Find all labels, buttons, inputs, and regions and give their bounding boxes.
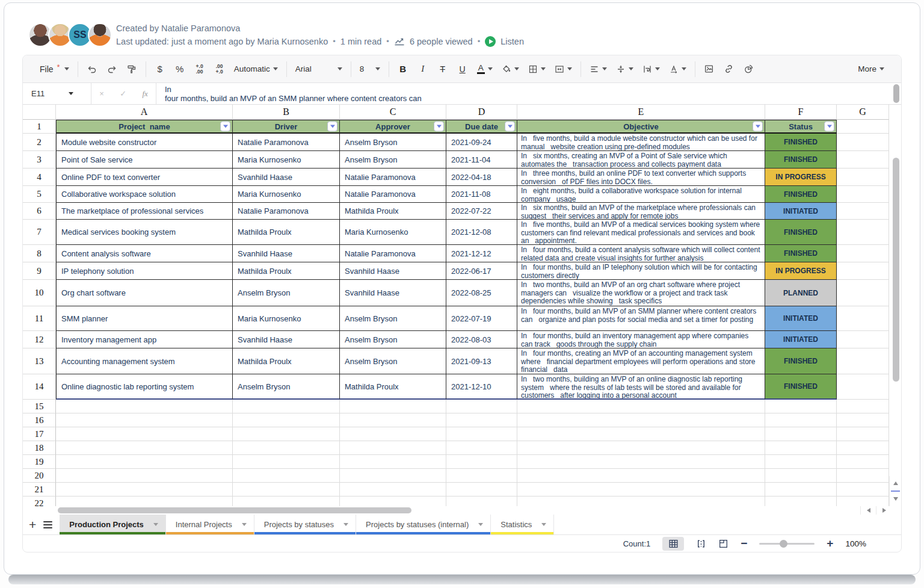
cell-empty[interactable]	[233, 441, 340, 455]
bold-button[interactable]: B	[395, 60, 411, 78]
cell-objective[interactable]: In five months, build an MVP of a medica…	[517, 220, 765, 245]
cell-empty[interactable]	[837, 186, 889, 203]
row-header-19[interactable]: 19	[23, 455, 56, 469]
vertical-scrollbar[interactable]	[893, 158, 899, 382]
cell-status-badge[interactable]: IN PROGRESS	[765, 169, 837, 186]
cell-approver[interactable]: Anselm Bryson	[340, 331, 446, 348]
cell-empty[interactable]	[765, 497, 837, 506]
cell-empty[interactable]	[837, 455, 889, 469]
cell-empty[interactable]	[233, 455, 340, 469]
cell-status-badge[interactable]: PLANNED	[765, 280, 837, 306]
row-header-5[interactable]: 5	[23, 186, 56, 203]
header-cell-objective[interactable]: Objective	[517, 120, 765, 134]
cell-driver[interactable]: Natalie Paramonova	[233, 134, 340, 151]
function-icon[interactable]: fx	[142, 89, 147, 99]
cell-empty[interactable]	[56, 455, 233, 469]
cell-objective[interactable]: In four months, build an inventory manag…	[517, 331, 765, 348]
file-menu-button[interactable]: File *	[37, 60, 72, 78]
column-header-f[interactable]: F	[765, 105, 837, 120]
column-header-b[interactable]: B	[233, 105, 340, 120]
cell-empty[interactable]	[765, 400, 837, 413]
cell-empty[interactable]	[837, 306, 889, 331]
cell-objective[interactable]: In two months, building an MVP of an onl…	[517, 374, 765, 400]
filter-button[interactable]	[505, 122, 515, 132]
cell-empty[interactable]	[56, 427, 233, 441]
cell-project-name[interactable]: Inventory management app	[56, 331, 233, 348]
cell-empty[interactable]	[517, 455, 765, 469]
cell-due-date[interactable]: 2021-09-24	[446, 134, 517, 151]
grid-view-button[interactable]	[662, 537, 684, 551]
row-header-7[interactable]: 7	[23, 220, 56, 245]
cell-empty[interactable]	[340, 497, 446, 506]
cell-empty[interactable]	[837, 331, 889, 348]
row-header-13[interactable]: 13	[23, 348, 56, 374]
row-header-11[interactable]: 11	[23, 306, 56, 331]
undo-button[interactable]	[84, 60, 100, 78]
filter-button[interactable]	[220, 122, 230, 132]
header-cell-status[interactable]: Status	[765, 120, 837, 134]
cell-due-date[interactable]: 2022-08-25	[446, 280, 517, 306]
formula-input[interactable]: In four months, build an MVP of an SMM p…	[156, 83, 901, 104]
cell-empty[interactable]	[765, 455, 837, 469]
insert-image-button[interactable]	[701, 60, 717, 78]
cell-empty[interactable]	[837, 483, 889, 497]
cell-empty[interactable]	[56, 469, 233, 483]
vertical-align-button[interactable]	[614, 60, 636, 78]
cell-project-name[interactable]: Point of Sale service	[56, 151, 233, 169]
cell-empty[interactable]	[517, 441, 765, 455]
cell-due-date[interactable]: 2022-07-19	[446, 306, 517, 331]
cell-status-badge[interactable]: INITIATED	[765, 203, 837, 220]
cell-empty[interactable]	[517, 413, 765, 427]
column-header-d[interactable]: D	[446, 105, 517, 120]
cell-due-date[interactable]: 2022-04-18	[446, 169, 517, 186]
cell-project-name[interactable]: Content analysis software	[56, 245, 233, 262]
cell-project-name[interactable]: Online PDF to text converter	[56, 169, 233, 186]
cell-due-date[interactable]: 2021-12-08	[446, 220, 517, 245]
cell-empty[interactable]	[765, 483, 837, 497]
cell-empty[interactable]	[233, 400, 340, 413]
cell-empty[interactable]	[446, 400, 517, 413]
row-header-8[interactable]: 8	[23, 245, 56, 262]
page-layout-button[interactable]	[718, 539, 728, 549]
zoom-slider-knob[interactable]	[780, 540, 787, 548]
cell-approver[interactable]: Anselm Bryson	[340, 348, 446, 374]
sheet-tab-internal-projects[interactable]: Internal Projects	[166, 515, 254, 534]
cell-objective[interactable]: In two months, build an MVP of an org ch…	[517, 280, 765, 306]
filter-button[interactable]	[434, 122, 444, 132]
cell-approver[interactable]: Svanhild Haase	[340, 280, 446, 306]
underline-button[interactable]: U	[455, 60, 470, 78]
cell-project-name[interactable]: Org chart software	[56, 280, 233, 306]
cell-project-name[interactable]: Medical services booking system	[56, 220, 233, 245]
column-header-c[interactable]: C	[340, 105, 446, 120]
sheet-tab-production-projects[interactable]: Production Projects	[60, 515, 166, 534]
cell-driver[interactable]: Svanhild Haase	[233, 169, 340, 186]
cell-objective[interactable]: In three months, build an online PDF to …	[517, 169, 765, 186]
cell-project-name[interactable]: The marketplace of professional services	[56, 203, 233, 220]
cell-empty[interactable]	[837, 374, 889, 400]
freeze-panes-button[interactable]	[696, 539, 706, 549]
cell-empty[interactable]	[233, 497, 340, 506]
avatar-photo-4[interactable]	[88, 23, 112, 47]
filter-button[interactable]	[753, 122, 763, 132]
cell-empty[interactable]	[837, 348, 889, 374]
row-header-17[interactable]: 17	[23, 427, 56, 441]
row-header-1[interactable]: 1	[23, 120, 56, 134]
cell-empty[interactable]	[517, 497, 765, 506]
cell-due-date[interactable]: 2022-06-17	[446, 262, 517, 280]
row-header-6[interactable]: 6	[23, 203, 56, 220]
filter-button[interactable]	[327, 122, 337, 132]
header-cell-project-name[interactable]: Project name	[56, 120, 233, 134]
insert-link-button[interactable]	[721, 60, 737, 78]
tab-menu-icon[interactable]	[153, 523, 158, 526]
cell-empty[interactable]	[837, 400, 889, 413]
cell-due-date[interactable]: 2021-11-04	[446, 151, 517, 169]
cell-empty[interactable]	[340, 469, 446, 483]
font-family-dropdown[interactable]: Arial	[293, 60, 345, 78]
cell-empty[interactable]	[340, 400, 446, 413]
cell-empty[interactable]	[340, 483, 446, 497]
cell-objective[interactable]: In eight months, build a collaborative w…	[517, 186, 765, 203]
scroll-right-button[interactable]	[876, 506, 892, 515]
cell-empty[interactable]	[517, 469, 765, 483]
currency-format-button[interactable]: $	[152, 60, 168, 78]
column-header-a[interactable]: A	[56, 105, 233, 120]
